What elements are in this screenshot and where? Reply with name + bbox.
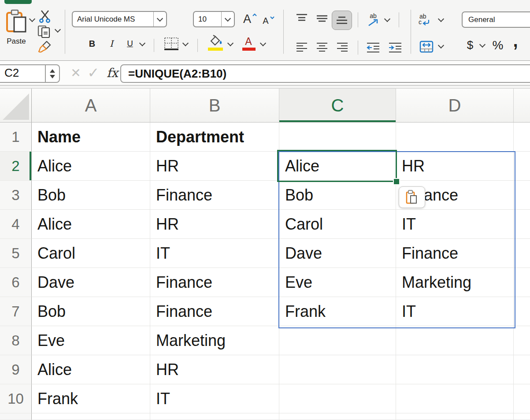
- cell-A7[interactable]: Bob: [32, 297, 150, 326]
- cell-A4[interactable]: Alice: [32, 210, 150, 239]
- cell-E4[interactable]: [514, 210, 530, 239]
- cell-C4[interactable]: Carol: [279, 210, 396, 239]
- cell-E2[interactable]: [514, 152, 530, 181]
- insert-function-button[interactable]: fx: [105, 64, 120, 81]
- cell-E5[interactable]: [514, 239, 530, 268]
- merge-cells-button[interactable]: [419, 40, 434, 54]
- comma-style-button[interactable]: ,: [510, 33, 521, 48]
- cell-A1[interactable]: Name: [32, 123, 150, 152]
- decrease-indent-button[interactable]: [366, 41, 381, 54]
- column-header-C[interactable]: C: [279, 89, 396, 122]
- cell-D2[interactable]: HR: [396, 152, 514, 181]
- row-header-6[interactable]: 6: [0, 268, 32, 297]
- cell-B9[interactable]: HR: [150, 355, 279, 384]
- cell-A9[interactable]: Alice: [32, 355, 150, 384]
- font-size-dropdown[interactable]: [221, 12, 234, 26]
- wrap-text-button[interactable]: ab c: [419, 11, 436, 28]
- copy-button[interactable]: [37, 25, 52, 39]
- currency-dropdown-chevron-icon[interactable]: [479, 41, 486, 48]
- cell-C6[interactable]: Eve: [279, 268, 396, 297]
- orientation-dropdown-chevron-icon[interactable]: [384, 16, 390, 22]
- paste-options-button[interactable]: [399, 186, 425, 208]
- cell-C7[interactable]: Frank: [279, 297, 396, 326]
- cell-C3[interactable]: Bob: [279, 181, 396, 210]
- cell-C2-active[interactable]: Alice: [279, 152, 396, 181]
- italic-button[interactable]: I: [107, 38, 116, 49]
- wrap-text-dropdown-chevron-icon[interactable]: [438, 16, 444, 22]
- font-name-dropdown[interactable]: [153, 12, 166, 26]
- cell-C11[interactable]: [279, 413, 396, 420]
- row-header-8[interactable]: 8: [0, 326, 32, 355]
- text-orientation-button[interactable]: ab: [365, 11, 382, 28]
- cell-D4[interactable]: IT: [396, 210, 514, 239]
- column-header-A[interactable]: A: [32, 89, 150, 122]
- cell-D6[interactable]: Marketing: [396, 268, 514, 297]
- cut-button[interactable]: [38, 10, 52, 23]
- underline-dropdown-chevron-icon[interactable]: [139, 40, 145, 46]
- fill-color-button[interactable]: [207, 34, 224, 47]
- cell-B6[interactable]: Finance: [150, 268, 279, 297]
- column-header-B[interactable]: B: [150, 89, 279, 122]
- cell-C8[interactable]: [279, 326, 396, 355]
- cell-B1[interactable]: Department: [150, 123, 279, 152]
- cell-B7[interactable]: Finance: [150, 297, 279, 326]
- copy-dropdown-chevron-icon[interactable]: [55, 26, 61, 33]
- row-header-5[interactable]: 5: [0, 239, 32, 268]
- name-box-stepper[interactable]: [45, 65, 59, 82]
- number-format-combobox[interactable]: General: [462, 11, 530, 28]
- align-right-button[interactable]: [336, 41, 349, 53]
- cell-E6[interactable]: [514, 268, 530, 297]
- increase-font-size-button[interactable]: A: [241, 11, 259, 26]
- row-header-7[interactable]: 7: [0, 297, 32, 326]
- cell-D11[interactable]: [396, 413, 514, 420]
- cell-A8[interactable]: Eve: [32, 326, 150, 355]
- row-header-2[interactable]: 2: [0, 152, 32, 181]
- decrease-font-size-button[interactable]: A: [261, 14, 277, 27]
- column-header-D[interactable]: D: [396, 89, 514, 122]
- paste-dropdown-chevron-icon[interactable]: [29, 16, 35, 22]
- format-painter-button[interactable]: [38, 41, 53, 54]
- cell-A10[interactable]: Frank: [32, 384, 150, 413]
- cell-A6[interactable]: Dave: [32, 268, 150, 297]
- font-size-combobox[interactable]: 10: [193, 11, 235, 27]
- cell-D9[interactable]: [396, 355, 514, 384]
- cell-B5[interactable]: IT: [150, 239, 279, 268]
- align-center-button[interactable]: [315, 41, 329, 53]
- cell-D10[interactable]: [396, 384, 514, 413]
- currency-format-button[interactable]: $: [464, 38, 476, 52]
- formula-input[interactable]: =UNIQUE(A2:B10): [120, 64, 530, 83]
- cell-A11[interactable]: [32, 413, 150, 420]
- cell-D1[interactable]: [396, 123, 514, 152]
- cell-B3[interactable]: Finance: [150, 181, 279, 210]
- cell-E3[interactable]: [514, 181, 530, 210]
- column-header-E-partial[interactable]: [514, 89, 530, 122]
- row-header-10[interactable]: 10: [0, 384, 32, 413]
- cell-B2[interactable]: HR: [150, 152, 279, 181]
- cell-E11[interactable]: [514, 413, 530, 420]
- font-color-dropdown-chevron-icon[interactable]: [260, 40, 266, 46]
- cell-D7[interactable]: IT: [396, 297, 514, 326]
- cell-E7[interactable]: [514, 297, 530, 326]
- merge-dropdown-chevron-icon[interactable]: [438, 42, 444, 48]
- cell-A2[interactable]: Alice: [32, 152, 150, 181]
- cell-E8[interactable]: [514, 326, 530, 355]
- align-left-button[interactable]: [295, 41, 308, 53]
- enter-button[interactable]: ✓: [85, 65, 101, 81]
- name-box[interactable]: C2: [0, 64, 60, 83]
- borders-dropdown-chevron-icon[interactable]: [182, 40, 189, 46]
- row-header-11[interactable]: [0, 413, 32, 420]
- cell-E9[interactable]: [514, 355, 530, 384]
- align-middle-button[interactable]: [315, 13, 329, 24]
- cell-E10[interactable]: [514, 384, 530, 413]
- cell-D8[interactable]: [396, 326, 514, 355]
- select-all-corner[interactable]: [0, 89, 32, 122]
- cell-C9[interactable]: [279, 355, 396, 384]
- font-color-button[interactable]: A: [241, 35, 256, 48]
- cell-E1[interactable]: [514, 123, 530, 152]
- cell-A5[interactable]: Carol: [32, 239, 150, 268]
- align-top-button[interactable]: [295, 13, 308, 24]
- fill-color-dropdown-chevron-icon[interactable]: [227, 40, 233, 46]
- row-header-3[interactable]: 3: [0, 181, 32, 210]
- bold-button[interactable]: B: [87, 38, 97, 49]
- increase-indent-button[interactable]: [388, 41, 403, 54]
